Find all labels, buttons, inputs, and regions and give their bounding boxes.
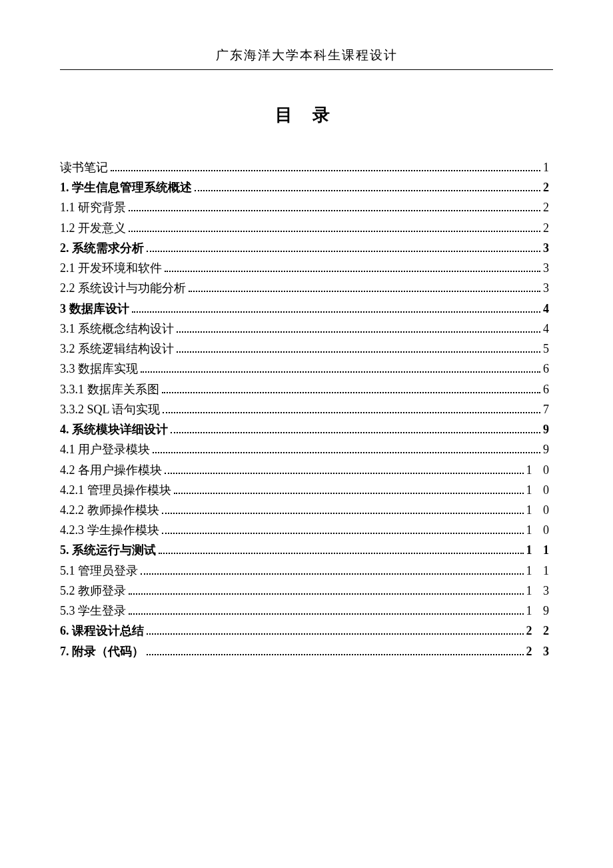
toc-leader-dots: [159, 553, 524, 554]
toc-row: 读书笔记 1: [60, 157, 553, 177]
toc-row: 5.1 管理员登录 1 1: [60, 561, 553, 581]
toc-row: 5.2 教师登录 1 3: [60, 581, 553, 601]
toc-row: 4.2.3 学生操作模块 1 0: [60, 520, 553, 540]
toc-leader-dots: [129, 210, 540, 211]
toc-entry-page: 1 0: [526, 460, 554, 480]
toc-leader-dots: [162, 513, 524, 514]
toc-entry-label: 5.3 学生登录: [60, 601, 126, 621]
toc-leader-dots: [129, 231, 540, 232]
toc-entry-page: 1 0: [526, 520, 554, 540]
toc-leader-dots: [165, 473, 524, 474]
toc-entry-label: 2.1 开发环境和软件: [60, 258, 162, 278]
toc-row: 6. 课程设计总结 2 2: [60, 621, 553, 641]
toc-row: 3.1 系统概念结构设计 4: [60, 319, 553, 339]
toc-leader-dots: [129, 613, 524, 615]
toc-entry-page: 6: [543, 379, 553, 399]
toc-entry-page: 9: [543, 419, 553, 439]
toc-entry-page: 5: [543, 339, 553, 359]
toc-title: 目 录: [60, 103, 553, 127]
toc-leader-dots: [177, 351, 540, 353]
toc-entry-label: 1. 学生信息管理系统概述: [60, 177, 192, 197]
toc-leader-dots: [174, 493, 524, 494]
toc-entry-page: 2 3: [526, 641, 554, 661]
toc-entry-label: 6. 课程设计总结: [60, 621, 144, 641]
toc-leader-dots: [165, 271, 540, 272]
toc-entry-label: 5.1 管理员登录: [60, 561, 138, 581]
toc-entry-page: 1 9: [526, 601, 554, 621]
toc-entry-label: 4.2.3 学生操作模块: [60, 520, 159, 540]
toc-entry-label: 4. 系统模块详细设计: [60, 419, 168, 439]
toc-leader-dots: [141, 573, 524, 575]
toc-entry-page: 1 0: [526, 480, 554, 500]
toc-row: 1.2 开发意义 2: [60, 218, 553, 238]
toc-entry-label: 5. 系统运行与测试: [60, 540, 156, 560]
toc-entry-page: 2 2: [526, 621, 554, 641]
toc-entry-page: 3: [543, 238, 553, 258]
toc-row: 4. 系统模块详细设计 9: [60, 419, 553, 439]
toc-entry-page: 7: [543, 399, 553, 419]
toc-row: 3.3.2 SQL 语句实现 7: [60, 399, 553, 419]
toc-entry-page: 3: [543, 278, 553, 298]
toc-entry-page: 2: [543, 177, 553, 197]
toc-leader-dots: [141, 371, 540, 373]
toc-entry-page: 1 3: [526, 581, 554, 601]
toc-entry-label: 4.1 用户登录模块: [60, 439, 150, 459]
toc-entry-label: 3.1 系统概念结构设计: [60, 319, 174, 339]
toc-row: 4.1 用户登录模块 9: [60, 439, 553, 459]
toc-row: 2.1 开发环境和软件 3: [60, 258, 553, 278]
toc-row: 4.2 各用户操作模块 1 0: [60, 460, 553, 480]
toc-leader-dots: [129, 593, 524, 595]
toc-entry-page: 2: [543, 218, 553, 238]
toc-entry-label: 4.2 各用户操作模块: [60, 460, 162, 480]
toc-entry-label: 3 数据库设计: [60, 299, 129, 319]
toc-entry-label: 4.2.2 教师操作模块: [60, 500, 159, 520]
toc-leader-dots: [162, 533, 524, 534]
toc-row: 1.1 研究背景 2: [60, 197, 553, 217]
toc-entry-label: 2. 系统需求分析: [60, 238, 144, 258]
toc-entry-page: 3: [543, 258, 553, 278]
toc-entry-page: 6: [543, 359, 553, 379]
page-container: 广东海洋大学本科生课程设计 目 录 读书笔记 11. 学生信息管理系统概述 21…: [0, 0, 613, 661]
toc-entry-page: 9: [543, 439, 553, 459]
toc-entry-label: 2.2 系统设计与功能分析: [60, 278, 186, 298]
toc-leader-dots: [189, 291, 540, 292]
page-header: 广东海洋大学本科生课程设计: [60, 47, 553, 70]
toc-entry-label: 1.2 开发意义: [60, 218, 126, 238]
toc-entry-page: 1 1: [526, 561, 554, 581]
toc-leader-dots: [132, 311, 541, 313]
toc-row: 5. 系统运行与测试 1 1: [60, 540, 553, 560]
table-of-contents: 读书笔记 11. 学生信息管理系统概述 21.1 研究背景 21.2 开发意义 …: [60, 157, 553, 661]
toc-entry-label: 1.1 研究背景: [60, 197, 126, 217]
toc-entry-label: 4.2.1 管理员操作模块: [60, 480, 171, 500]
toc-row: 3.3 数据库实现 6: [60, 359, 553, 379]
toc-entry-page: 1 1: [526, 540, 554, 560]
toc-row: 2. 系统需求分析 3: [60, 238, 553, 258]
toc-entry-page: 2: [543, 197, 553, 217]
toc-entry-page: 1: [543, 157, 553, 177]
toc-entry-label: 7. 附录（代码）: [60, 641, 144, 661]
toc-row: 4.2.2 教师操作模块 1 0: [60, 500, 553, 520]
toc-entry-label: 读书笔记: [60, 157, 108, 177]
toc-leader-dots: [147, 654, 524, 655]
toc-row: 7. 附录（代码） 2 3: [60, 641, 553, 661]
toc-row: 3 数据库设计 4: [60, 299, 553, 319]
toc-leader-dots: [162, 392, 541, 393]
toc-row: 5.3 学生登录 1 9: [60, 601, 553, 621]
toc-row: 4.2.1 管理员操作模块 1 0: [60, 480, 553, 500]
toc-leader-dots: [111, 170, 540, 171]
toc-entry-page: 4: [543, 299, 553, 319]
toc-entry-label: 3.3 数据库实现: [60, 359, 138, 379]
toc-entry-page: 1 0: [526, 500, 554, 520]
toc-row: 1. 学生信息管理系统概述 2: [60, 177, 553, 197]
toc-entry-label: 3.3.1 数据库关系图: [60, 379, 159, 399]
toc-row: 2.2 系统设计与功能分析 3: [60, 278, 553, 298]
toc-leader-dots: [171, 432, 540, 433]
toc-row: 3.3.1 数据库关系图 6: [60, 379, 553, 399]
toc-leader-dots: [147, 251, 540, 252]
toc-entry-label: 5.2 教师登录: [60, 581, 126, 601]
toc-entry-page: 4: [543, 319, 553, 339]
toc-leader-dots: [177, 331, 540, 333]
toc-leader-dots: [153, 452, 540, 453]
toc-leader-dots: [195, 190, 540, 191]
toc-leader-dots: [147, 633, 524, 635]
